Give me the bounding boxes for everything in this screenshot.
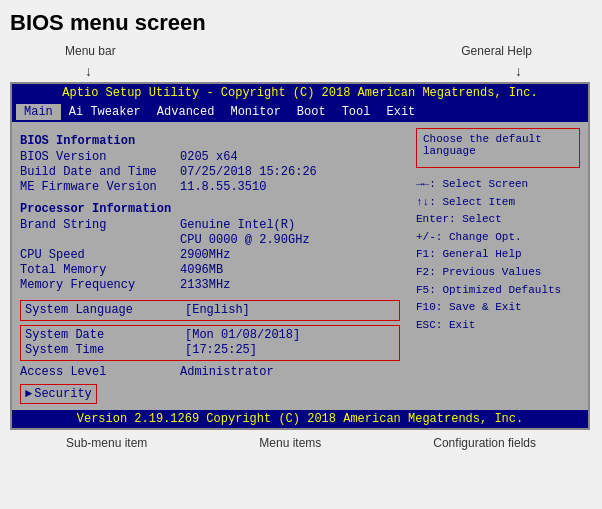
system-time-label: System Time xyxy=(25,343,185,357)
help-box: Choose the default language xyxy=(416,128,580,168)
build-date-label: Build Date and Time xyxy=(20,165,180,179)
shortcut-select-screen: →←: Select Screen xyxy=(416,176,580,194)
cpu-speed-value: 2900MHz xyxy=(180,248,230,262)
access-level-label: Access Level xyxy=(20,365,180,379)
system-datetime-box[interactable]: System Date [Mon 01/08/2018] System Time… xyxy=(20,325,400,361)
bios-info-section-header: BIOS Information xyxy=(20,134,400,148)
menu-items-annotation: Menu items xyxy=(259,436,321,450)
shortcuts-panel: →←: Select Screen ↑↓: Select Item Enter:… xyxy=(416,176,580,334)
system-date-value: [Mon 01/08/2018] xyxy=(185,328,300,342)
processor-info-section-header: Processor Information xyxy=(20,202,400,216)
shortcut-previous-values: F2: Previous Values xyxy=(416,264,580,282)
memory-freq-value: 2133MHz xyxy=(180,278,230,292)
system-language-box[interactable]: System Language [English] xyxy=(20,300,400,321)
cpu-speed-label: CPU Speed xyxy=(20,248,180,262)
page-title: BIOS menu screen xyxy=(10,10,592,36)
me-firmware-row: ME Firmware Version 11.8.55.3510 xyxy=(20,180,400,194)
menu-item-exit[interactable]: Exit xyxy=(378,104,423,120)
brand-string-value: Genuine Intel(R) xyxy=(180,218,295,232)
access-level-value: Administrator xyxy=(180,365,274,379)
brand-string-row: Brand String Genuine Intel(R) xyxy=(20,218,400,232)
menu-bar-arrow: ↓ xyxy=(85,63,92,79)
sub-menu-item-annotation: Sub-menu item xyxy=(66,436,147,450)
brand-string-label: Brand String xyxy=(20,218,180,232)
bios-menubar[interactable]: Main Ai Tweaker Advanced Monitor Boot To… xyxy=(12,102,588,122)
build-date-value: 07/25/2018 15:26:26 xyxy=(180,165,317,179)
access-level-row: Access Level Administrator xyxy=(20,365,400,379)
shortcut-general-help: F1: General Help xyxy=(416,246,580,264)
shortcut-enter-select: Enter: Select xyxy=(416,211,580,229)
menu-item-tool[interactable]: Tool xyxy=(334,104,379,120)
general-help-arrow: ↓ xyxy=(515,63,522,79)
memory-freq-label: Memory Frequency xyxy=(20,278,180,292)
shortcut-optimized-defaults: F5: Optimized Defaults xyxy=(416,282,580,300)
menu-item-monitor[interactable]: Monitor xyxy=(222,104,288,120)
system-time-value: [17:25:25] xyxy=(185,343,257,357)
bios-screen: Aptio Setup Utility - Copyright (C) 2018… xyxy=(10,82,590,430)
bios-topbar: Aptio Setup Utility - Copyright (C) 2018… xyxy=(12,84,588,102)
shortcut-esc-exit: ESC: Exit xyxy=(416,317,580,335)
total-memory-value: 4096MB xyxy=(180,263,223,277)
config-fields-annotation: Configuration fields xyxy=(433,436,536,450)
brand-string-row2: CPU 0000 @ 2.90GHz xyxy=(20,233,400,247)
me-firmware-label: ME Firmware Version xyxy=(20,180,180,194)
shortcut-select-item: ↑↓: Select Item xyxy=(416,194,580,212)
bios-version-value: 0205 x64 xyxy=(180,150,238,164)
bios-right-panel: Choose the default language →←: Select S… xyxy=(408,122,588,410)
cpu-speed-row: CPU Speed 2900MHz xyxy=(20,248,400,262)
bios-bottombar: Version 2.19.1269 Copyright (C) 2018 Ame… xyxy=(12,410,588,428)
system-language-label: System Language xyxy=(25,303,185,317)
system-language-value: [English] xyxy=(185,303,250,317)
shortcut-save-exit: F10: Save & Exit xyxy=(416,299,580,317)
total-memory-label: Total Memory xyxy=(20,263,180,277)
menu-item-ai-tweaker[interactable]: Ai Tweaker xyxy=(61,104,149,120)
help-box-text: Choose the default language xyxy=(423,133,542,157)
bios-main-content: BIOS Information BIOS Version 0205 x64 B… xyxy=(12,122,408,410)
menu-bar-annotation: Menu bar xyxy=(65,44,116,58)
menu-item-main[interactable]: Main xyxy=(16,104,61,120)
shortcut-change-opt: +/-: Change Opt. xyxy=(416,229,580,247)
brand-string-value2: CPU 0000 @ 2.90GHz xyxy=(180,233,310,247)
bios-version-label: BIOS Version xyxy=(20,150,180,164)
menu-item-boot[interactable]: Boot xyxy=(289,104,334,120)
build-date-row: Build Date and Time 07/25/2018 15:26:26 xyxy=(20,165,400,179)
system-time-row: System Time [17:25:25] xyxy=(25,343,395,357)
bios-version-row: BIOS Version 0205 x64 xyxy=(20,150,400,164)
general-help-annotation: General Help xyxy=(461,44,532,58)
system-date-label: System Date xyxy=(25,328,185,342)
me-firmware-value: 11.8.55.3510 xyxy=(180,180,266,194)
menu-item-advanced[interactable]: Advanced xyxy=(149,104,223,120)
security-label: Security xyxy=(34,387,92,401)
system-date-row: System Date [Mon 01/08/2018] xyxy=(25,328,395,342)
total-memory-row: Total Memory 4096MB xyxy=(20,263,400,277)
security-submenu[interactable]: ► Security xyxy=(20,384,97,404)
submenu-arrow-icon: ► xyxy=(25,387,32,401)
memory-freq-row: Memory Frequency 2133MHz xyxy=(20,278,400,292)
